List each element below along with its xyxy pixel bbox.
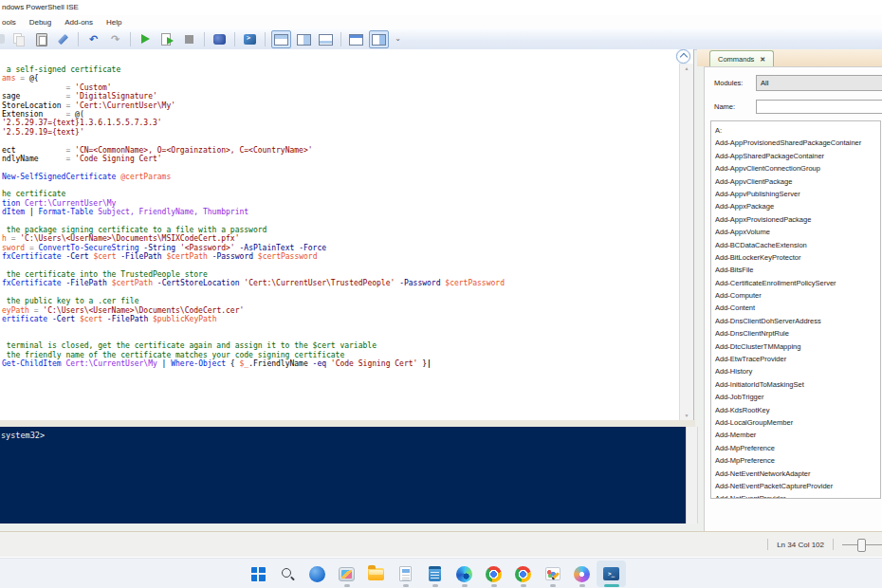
statusbar-separator — [833, 539, 834, 550]
command-item[interactable]: A: — [711, 124, 880, 137]
command-item[interactable]: Add-AppvClientConnectionGroup — [711, 162, 880, 175]
command-item[interactable]: Add-LocalGroupMember — [711, 416, 880, 429]
command-item[interactable]: Add-MpPreference — [711, 442, 880, 454]
float-pane-icon[interactable] — [347, 31, 365, 47]
remote-tab-icon[interactable] — [211, 31, 229, 47]
menu-item-ools[interactable]: ools — [0, 18, 23, 27]
command-item[interactable]: Add-AppxVolume — [711, 226, 880, 238]
menu-item-debug[interactable]: Debug — [23, 18, 59, 27]
command-item[interactable]: Add-History — [711, 365, 880, 377]
pane-splitter[interactable] — [0, 420, 695, 427]
code-line: tion Cert:\CurrentUser\My — [2, 199, 678, 208]
script-editor[interactable]: a self-signed certificateams = @{ = 'Cus… — [0, 49, 694, 420]
command-item[interactable]: Add-BitLockerKeyProtector — [711, 251, 880, 264]
chrome-icon — [486, 566, 502, 582]
taskbar-icon-chrome-2[interactable] — [508, 560, 538, 587]
command-item[interactable]: Add-AppSharedPackageContainer — [711, 150, 880, 162]
command-item[interactable]: Add-EtwTraceProvider — [711, 353, 880, 365]
taskbar-icon-blue-circle-app[interactable] — [303, 560, 332, 587]
command-item[interactable]: Add-Computer — [711, 289, 880, 302]
command-item[interactable]: Add-AppvPublishingServer — [711, 188, 880, 200]
taskbar-icon-paint[interactable] — [538, 560, 567, 587]
taskbar-icon-system-app[interactable] — [332, 560, 361, 587]
taskbar-icon-file-explorer[interactable] — [361, 560, 391, 587]
tab-commands[interactable]: Commands ✕ — [709, 50, 774, 67]
taskbar-icon-copilot[interactable] — [567, 560, 597, 587]
paste-icon[interactable] — [32, 31, 50, 47]
title-bar: ndows PowerShell ISE — [0, 0, 882, 15]
command-item[interactable]: Add-AppvClientPackage — [711, 175, 880, 188]
code-line — [2, 217, 678, 226]
commands-list[interactable]: A:Add-AppProvisionedSharedPackageContain… — [710, 120, 881, 499]
undo-icon[interactable] — [84, 31, 102, 47]
taskbar-icon-document-app[interactable] — [391, 560, 420, 587]
run-selection-icon[interactable] — [158, 31, 176, 47]
command-item[interactable]: Add-AppxPackage — [711, 200, 880, 212]
copilot-icon — [574, 566, 590, 582]
layout-top-icon[interactable] — [271, 30, 291, 48]
taskbar-icon-edge[interactable] — [450, 560, 479, 587]
blue-circle-app-icon — [309, 566, 325, 582]
modules-label: Modules: — [714, 79, 756, 87]
zoom-slider-thumb[interactable] — [857, 539, 866, 552]
name-input[interactable] — [756, 100, 882, 114]
running-indicator — [579, 584, 585, 587]
code-line: Get-ChildItem Cert:\CurrentUser\My | Whe… — [2, 359, 678, 368]
menu-item-help[interactable]: Help — [100, 18, 128, 27]
paint-icon — [545, 567, 560, 580]
taskbar-icon-start[interactable] — [244, 560, 273, 587]
command-item[interactable]: Add-CertificateEnrollmentPolicyServer — [711, 277, 880, 289]
running-indicator — [521, 584, 526, 587]
console-scrollbar[interactable] — [686, 427, 698, 524]
menu-item-add-ons[interactable]: Add-ons — [58, 18, 100, 27]
close-icon[interactable]: ✕ — [760, 56, 765, 64]
taskbar-icon-powershell-ise[interactable] — [597, 560, 626, 587]
collapse-script-pane-button[interactable] — [676, 49, 690, 64]
command-item[interactable]: Add-DnsClientDohServerAddress — [711, 315, 880, 327]
start-powershell-icon[interactable] — [241, 31, 259, 47]
taskbar-icon-notepad[interactable] — [420, 560, 450, 587]
command-item[interactable]: Add-BitsFile — [711, 264, 880, 276]
clear-console-icon[interactable] — [54, 31, 72, 47]
command-item[interactable]: Add-AppxProvisionedPackage — [711, 213, 880, 226]
code-line: ams = @{ — [2, 74, 678, 83]
command-item[interactable]: Add-DtcClusterTMMapping — [711, 340, 880, 353]
zoom-slider[interactable] — [842, 538, 882, 551]
copy-icon[interactable] — [10, 31, 28, 47]
command-item[interactable]: Add-MpPreference — [711, 454, 880, 467]
command-item[interactable]: Add-NetEventPacketCaptureProvider — [711, 480, 880, 492]
clipped-icon[interactable] — [0, 31, 7, 47]
toolbar-separator — [265, 32, 266, 46]
command-item[interactable]: Add-InitiatorIdToMaskingSet — [711, 378, 880, 391]
statusbar-separator — [767, 539, 768, 550]
command-item[interactable]: Add-Content — [711, 302, 880, 314]
command-item[interactable]: Add-JobTrigger — [711, 391, 880, 403]
command-item[interactable]: Add-Member — [711, 429, 880, 441]
run-script-icon[interactable] — [137, 31, 155, 47]
command-item[interactable]: Add-AppProvisionedSharedPackageContainer — [711, 137, 880, 149]
layout-right-icon[interactable] — [295, 31, 313, 47]
modules-dropdown[interactable]: All — [756, 75, 882, 91]
commands-addon-icon[interactable] — [369, 30, 389, 48]
code-area[interactable]: a self-signed certificateams = @{ = 'Cus… — [2, 65, 678, 420]
overflow-icon[interactable] — [393, 31, 403, 47]
code-line — [2, 333, 678, 341]
command-item[interactable]: Add-DnsClientNrptRule — [711, 327, 880, 340]
command-item[interactable]: Add-KdsRootKey — [711, 404, 880, 416]
code-line: the friendly name of the certificate mat… — [2, 351, 678, 359]
editor-scrollbar[interactable] — [679, 64, 693, 420]
redo-icon[interactable] — [106, 31, 124, 47]
command-item[interactable]: Add-BCDataCacheExtension — [711, 239, 880, 251]
taskbar-icon-search[interactable] — [273, 560, 303, 587]
command-item[interactable]: Add-NetEventProvider — [711, 492, 880, 499]
code-line: eyPath = 'C:\Users\<UserName>\Documents\… — [2, 306, 678, 315]
ise-window: ndows PowerShell ISE oolsDebugAdd-onsHel… — [0, 0, 882, 556]
modules-row: Modules: All — [714, 75, 882, 91]
stop-icon[interactable] — [180, 31, 198, 47]
layout-max-icon[interactable] — [317, 31, 335, 47]
command-item[interactable]: Add-NetEventNetworkAdapter — [711, 468, 880, 480]
code-line — [2, 163, 678, 172]
taskbar-icon-chrome[interactable] — [479, 560, 508, 587]
toolbar-separator — [234, 32, 235, 46]
console-pane[interactable]: system32> — [0, 427, 686, 524]
